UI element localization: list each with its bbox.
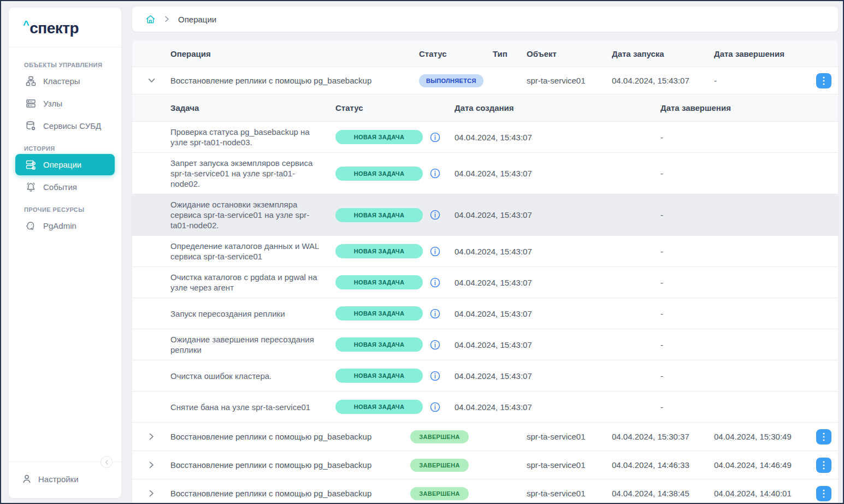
status-badge: ЗАВЕРШЕНА [410,487,468,500]
task-row[interactable]: Ожидание остановки экземпляра сервиса sp… [132,194,838,235]
sidebar-item-pgadmin[interactable]: PgAdmin [15,215,115,236]
operation-title: Восстановление реплики с помощью pg_base… [170,489,419,498]
chevron-down-icon[interactable] [132,78,170,83]
task-row[interactable]: Очистка каталогов с pgdata и pgwal на уз… [132,266,838,298]
task-finished-date: - [660,133,838,142]
operation-status-cell: ЗАВЕРШЕНА [419,459,493,472]
task-row[interactable]: Проверка статуса pg_basebackup на узле s… [132,121,838,152]
sidebar-footer: Настройки [9,461,121,498]
operation-end-date: 04.04.2024, 14:40:01 [714,489,810,498]
sidebar-item-label: Кластеры [43,76,80,86]
sidebar-section-label: ПРОЧИЕ РЕСУРСЫ [24,206,106,213]
col-header-task-status: Статус [335,103,430,112]
info-icon[interactable] [430,168,455,179]
task-status-cell: НОВАЯ ЗАДАЧА [335,167,430,181]
chevron-right-icon[interactable] [132,461,170,469]
task-row[interactable]: Снятие бана на узле spr-ta-service01НОВА… [132,391,838,422]
home-icon[interactable] [145,14,156,25]
kebab-menu-button[interactable] [816,486,831,501]
task-created-date: 04.04.2024, 15:43:07 [455,371,660,381]
operation-actions-cell [810,429,838,444]
operation-object: spr-ta-service01 [527,489,612,498]
task-row[interactable]: Запрет запуска экземпляров сервиса spr-t… [132,152,838,194]
operations-icon [25,159,36,170]
status-badge: НОВАЯ ЗАДАЧА [335,369,423,383]
task-title: Ожидание завершения пересоздания реплики [170,334,335,355]
sidebar-item-узлы[interactable]: Узлы [15,93,115,114]
operation-row[interactable]: Восстановление реплики с помощью pg_base… [132,422,838,450]
info-icon[interactable] [430,309,455,319]
task-row[interactable]: Ожидание завершения пересоздания реплики… [132,329,838,360]
sidebar-item-операции[interactable]: Операции [15,154,115,175]
kebab-menu-button[interactable] [816,73,831,88]
chevron-right-icon[interactable] [132,433,170,440]
task-finished-date: - [660,210,838,220]
operation-status-cell: ЗАВЕРШЕНА [419,430,493,443]
info-icon[interactable] [430,277,455,288]
info-icon[interactable] [430,402,455,412]
col-header-finished-date: Дата завершения [660,103,838,112]
operation-title: Восстановление реплики с помощью pg_base… [170,460,419,470]
brand-name: спектр [29,20,79,37]
col-header-status: Статус [419,49,493,58]
status-badge: ВЫПОЛНЯЕТСЯ [419,74,483,87]
chevron-right-icon[interactable] [132,490,170,497]
status-badge: ЗАВЕРШЕНА [410,430,468,443]
sidebar-item-сервисы-субд[interactable]: Сервисы СУБД [15,115,115,137]
task-status-cell: НОВАЯ ЗАДАЧА [335,275,430,289]
operation-start-date: 04.04.2024, 14:46:33 [612,460,714,470]
status-badge: НОВАЯ ЗАДАЧА [335,208,423,222]
task-row[interactable]: Запуск пересоздания репликиНОВАЯ ЗАДАЧА0… [132,298,838,329]
task-row[interactable]: Определение каталогов данных и WAL серви… [132,235,838,266]
task-title: Запуск пересоздания реплики [170,309,335,319]
task-status-cell: НОВАЯ ЗАДАЧА [335,337,430,352]
kebab-menu-button[interactable] [816,429,831,444]
task-finished-date: - [660,278,838,287]
task-row[interactable]: Очистка ошибок кластера.НОВАЯ ЗАДАЧА04.0… [132,360,838,391]
task-status-cell: НОВАЯ ЗАДАЧА [335,130,430,144]
sidebar-section-label: ОБЪЕКТЫ УПРАВЛЕНИЯ [24,62,106,68]
info-icon[interactable] [430,210,455,220]
main-content: Операции Операция Статус Тип Объект Дата… [132,1,838,504]
operation-row[interactable]: Восстановление реплики с помощью pg_base… [132,450,838,479]
sidebar-nav: ОБЪЕКТЫ УПРАВЛЕНИЯКластерыУзлыСервисы СУ… [9,48,121,461]
sidebar-collapse-button[interactable] [101,456,113,468]
events-icon [25,182,36,192]
status-badge: НОВАЯ ЗАДАЧА [335,275,423,289]
operation-row[interactable]: Восстановление реплики с помощью pg_base… [132,67,838,94]
tasks-table-header: ЗадачаСтатусДата созданияДата завершения [132,94,838,121]
operation-row[interactable]: Восстановление реплики с помощью pg_base… [132,479,838,504]
task-created-date: 04.04.2024, 15:43:07 [455,247,660,256]
task-finished-date: - [660,371,838,381]
task-finished-date: - [660,402,838,412]
breadcrumb-current-page: Операции [178,15,216,24]
info-icon[interactable] [430,371,455,381]
task-created-date: 04.04.2024, 15:43:07 [455,169,660,178]
operation-object: spr-ta-service01 [527,432,612,441]
operation-end-date: 04.04.2024, 14:46:49 [714,460,810,470]
status-badge: ЗАВЕРШЕНА [410,459,468,472]
task-title: Запрет запуска экземпляров сервиса spr-t… [170,158,335,189]
task-created-date: 04.04.2024, 15:43:07 [455,340,660,349]
operation-start-date: 04.04.2024, 15:43:07 [612,76,714,85]
breadcrumb-separator-icon [164,16,169,22]
info-icon[interactable] [430,340,455,350]
clusters-icon [25,76,36,86]
sidebar-item-label: Операции [43,160,81,169]
breadcrumb: Операции [132,7,838,32]
operation-title: Восстановление реплики с помощью pg_base… [170,432,419,441]
sidebar-item-label: События [43,182,77,192]
col-header-object: Объект [527,49,612,58]
operation-end-date: - [714,76,810,85]
sidebar-item-события[interactable]: События [15,176,115,198]
task-finished-date: - [660,169,838,178]
info-icon[interactable] [430,246,455,257]
col-header-type: Тип [493,49,527,58]
brand-caret-icon: ^ [23,19,29,31]
nodes-icon [25,98,36,109]
task-finished-date: - [660,309,838,318]
sidebar-item-settings[interactable]: Настройки [22,474,111,484]
kebab-menu-button[interactable] [816,458,831,473]
info-icon[interactable] [430,132,455,143]
sidebar-item-кластеры[interactable]: Кластеры [15,70,115,92]
